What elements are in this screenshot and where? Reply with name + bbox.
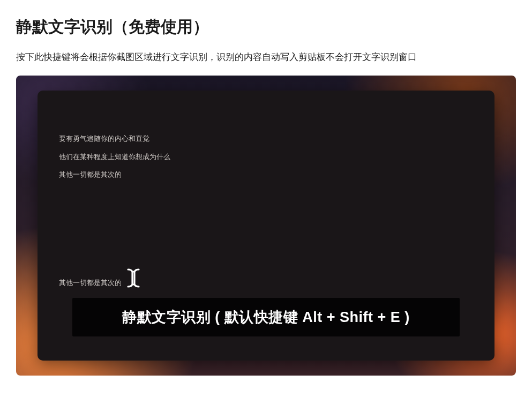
editor-input-text: 其他一切都是其次的 [59,278,122,288]
text-cursor-icon [125,267,142,289]
caption-overlay: 静默文字识别 ( 默认快捷键 Alt + Shift + E ) [72,298,460,337]
page-title: 静默文字识别（免费使用） [16,16,516,38]
editor-line: 要有勇气追随你的内心和直觉 [59,133,473,144]
editor-line: 他们在某种程度上知道你想成为什么 [59,152,473,162]
page-description: 按下此快捷键将会根据你截图区域进行文字识别，识别的内容自动写入剪贴板不会打开文字… [16,50,516,64]
demo-screenshot: 要有勇气追随你的内心和直觉 他们在某种程度上知道你想成为什么 其他一切都是其次的… [16,76,516,376]
editor-window: 要有勇气追随你的内心和直觉 他们在某种程度上知道你想成为什么 其他一切都是其次的… [38,91,494,361]
editor-line: 其他一切都是其次的 [59,169,473,180]
editor-input-area: 其他一切都是其次的 [59,267,142,288]
